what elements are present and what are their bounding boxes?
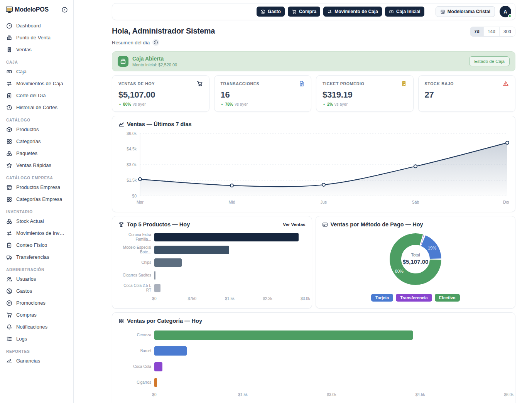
sidebar-item-categorias[interactable]: Categorías — [0, 135, 73, 147]
trend-up-icon: ▲ — [118, 103, 122, 106]
sidebar-item-stock-actual[interactable]: Stock Actual — [0, 215, 73, 227]
movimiento-de-caja-button[interactable]: Movimiento de Caja — [323, 7, 382, 17]
list-icon — [6, 336, 12, 342]
sidebar-item-compras[interactable]: Compras — [0, 309, 73, 321]
sidebar-item-gastos[interactable]: Gastos — [0, 285, 73, 297]
page-title: Hola, Administrador Sistema — [112, 27, 215, 35]
sidebar-item-ventas-rapidas[interactable]: Ventas Rápidas — [0, 159, 73, 171]
trend-percent: 2% — [327, 102, 333, 106]
stat-value: $5,107.00 — [118, 90, 203, 100]
nav-section-catalogo: CATÁLOGO — [0, 113, 73, 123]
sidebar-item-label: Compras — [16, 312, 37, 318]
button-label: Caja Inicial — [396, 9, 421, 14]
sidebar-item-label: Stock Actual — [16, 218, 44, 224]
bar-cerveza[interactable] — [154, 330, 413, 340]
sales-7d-chart: $0$1.5k$3.0k$4.5k$6.0kMarMiéJueSábDom — [118, 130, 509, 207]
legend-efectivo[interactable]: Efectivo — [435, 294, 460, 302]
sidebar-item-logs[interactable]: Logs — [0, 333, 73, 345]
svg-text:$1.5k: $1.5k — [127, 178, 137, 182]
sidebar-item-transferencias[interactable]: Transferencias — [0, 251, 73, 263]
bar-coca-cola[interactable] — [154, 362, 162, 371]
stat-trend: ▲2%vs ayer — [323, 102, 407, 106]
sidebar-item-productos-empresa[interactable]: Productos Empresa — [0, 181, 73, 193]
stat-value: 27 — [425, 90, 509, 100]
sidebar-item-promociones[interactable]: Promociones — [0, 297, 73, 309]
sidebar-item-usuarios[interactable]: Usuarios — [0, 273, 73, 285]
bar-row-cigarros: Cigarros — [118, 374, 509, 390]
x-tick: $6.0k — [504, 393, 513, 397]
topbar-divider — [430, 7, 430, 16]
sidebar-item-label: Transferencias — [16, 254, 49, 260]
legend-tarjeta[interactable]: Tarjeta — [371, 294, 393, 302]
collapse-sidebar-icon[interactable] — [61, 7, 68, 13]
sidebar-item-caja[interactable]: Caja — [0, 66, 73, 78]
sidebar-item-dashboard[interactable]: Dashboard — [0, 20, 73, 32]
sidebar-item-historial-de-cortes[interactable]: Historial de Cortes — [0, 101, 73, 113]
bar-corona-extra-familia[interactable] — [154, 233, 299, 241]
sidebar-item-label: Movimientos de Caja — [16, 81, 63, 86]
sidebar-item-paquetes[interactable]: Paquetes — [0, 147, 73, 159]
bar-modelo-especial-bote[interactable] — [154, 246, 229, 254]
logo: ModeloPOS — [0, 0, 73, 17]
banner-title: Caja Abierta — [132, 56, 177, 62]
nav-section-reportes: REPORTES — [0, 345, 73, 355]
compra-button[interactable]: Compra — [288, 7, 320, 17]
info-icon[interactable] — [152, 39, 159, 46]
sidebar-item-label: Movimientos de Inventar... — [16, 230, 67, 236]
store-selector-button[interactable]: Modelorama Cristal — [436, 6, 495, 17]
bar-chips[interactable] — [154, 258, 182, 267]
nav-section-caja: CAJA — [0, 56, 73, 66]
bar-cigarros[interactable] — [154, 378, 157, 387]
bell-icon — [6, 324, 12, 330]
money-off-icon — [260, 9, 265, 14]
user-avatar[interactable]: A — [500, 6, 511, 17]
sidebar-item-ganancias[interactable]: Ganancias — [0, 355, 73, 367]
range-30d-button[interactable]: 30d — [499, 27, 515, 36]
cash-status-button[interactable]: Estado de Caja — [469, 56, 510, 66]
nav-section-inventario: INVENTARIO — [0, 205, 73, 215]
gasto-button[interactable]: Gasto — [257, 7, 285, 17]
sidebar-item-label: Punto de Venta — [16, 35, 51, 40]
cubes-icon — [6, 218, 12, 224]
bar-cigarros-sueltos[interactable] — [154, 271, 155, 280]
receipt-icon — [6, 47, 12, 53]
trend-suffix: vs ayer — [334, 102, 348, 106]
sidebar-item-movimientos-de-inventar[interactable]: Movimientos de Inventar... — [0, 227, 73, 239]
caja-inicial-button[interactable]: Caja Inicial — [385, 7, 424, 17]
sidebar-item-productos[interactable]: Productos — [0, 123, 73, 135]
bar-label: Barcel — [118, 349, 154, 353]
x-tick: $750 — [188, 297, 196, 301]
payment-methods-card: Ventas por Método de Pago — Hoy 80%19%To… — [316, 216, 516, 309]
sidebar-item-label: Historial de Cortes — [16, 105, 57, 110]
sidebar-item-categorias-empresa[interactable]: Categorías Empresa — [0, 193, 73, 205]
store-icon — [6, 184, 12, 191]
main-content: GastoCompraMovimiento de CajaCaja Inicia… — [74, 0, 532, 403]
svg-text:19%: 19% — [428, 246, 436, 250]
monitor-icon — [5, 6, 13, 13]
grid-icon — [6, 196, 12, 202]
truck-icon — [6, 254, 12, 260]
sidebar-item-corte-del-dia[interactable]: Corte del Día — [0, 89, 73, 101]
sidebar-item-label: Gastos — [16, 288, 32, 294]
grid-icon — [6, 138, 12, 145]
bar-barcel[interactable] — [154, 346, 187, 356]
sidebar-item-ventas[interactable]: Ventas — [0, 44, 73, 56]
range-14d-button[interactable]: 14d — [483, 27, 499, 36]
sidebar-item-label: Usuarios — [16, 276, 36, 282]
see-sales-link[interactable]: Ver Ventas — [283, 222, 305, 227]
legend-transferencia[interactable]: Transferencia — [396, 294, 432, 302]
sidebar-item-conteo-fisico[interactable]: Conteo Físico — [0, 239, 73, 251]
pos-icon — [6, 35, 12, 41]
range-7d-button[interactable]: 7d — [470, 27, 483, 36]
sidebar-item-movimientos-de-caja[interactable]: Movimientos de Caja — [0, 78, 73, 89]
svg-text:$0: $0 — [132, 194, 137, 198]
page-header: Hola, Administrador Sistema Resumen del … — [112, 27, 515, 46]
stat-label: STOCK BAJO — [425, 81, 454, 86]
arrows-icon — [6, 230, 12, 236]
sidebar-item-label: Caja — [16, 69, 27, 74]
bar-coca-cola-2-5-l-rt[interactable] — [154, 284, 160, 292]
stat-label: TRANSACCIONES — [221, 81, 260, 86]
sidebar-item-notificaciones[interactable]: Notificaciones — [0, 321, 73, 333]
svg-text:$5,107.00: $5,107.00 — [402, 258, 428, 265]
sidebar-item-punto-de-venta[interactable]: Punto de Venta — [0, 32, 73, 44]
